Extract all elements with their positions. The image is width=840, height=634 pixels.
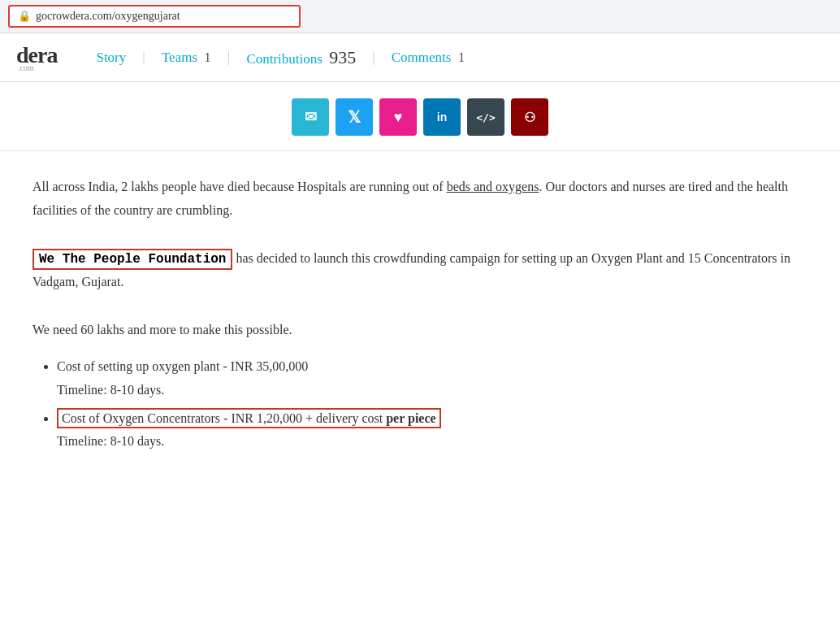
list-item-concentrators: Cost of Oxygen Concentrators - INR 1,20,… bbox=[57, 407, 808, 454]
foundation-name-box: We The People Foundation bbox=[32, 249, 232, 270]
tab-comments[interactable]: Comments 1 bbox=[377, 50, 479, 66]
address-bar: 🔒 gocrowdera.com/oxygengujarat bbox=[0, 0, 840, 33]
nav-divider-2: | bbox=[227, 49, 231, 66]
tab-teams[interactable]: Teams 1 bbox=[147, 50, 226, 66]
needs-paragraph: We need 60 lakhs and more to make this p… bbox=[32, 319, 808, 342]
share-linkedin-button[interactable]: in bbox=[423, 98, 461, 136]
foundation-paragraph: We The People Foundation has decided to … bbox=[32, 247, 808, 295]
concentrator-cost-prefix: Cost of Oxygen Concentrators - INR 1,20,… bbox=[62, 411, 386, 425]
share-embed-button[interactable]: </> bbox=[467, 98, 504, 136]
teams-count: 1 bbox=[204, 50, 211, 65]
concentrator-cost-box: Cost of Oxygen Concentrators - INR 1,20,… bbox=[57, 408, 441, 428]
concentrator-timeline: Timeline: 8-10 days. bbox=[57, 430, 808, 454]
lock-icon: 🔒 bbox=[18, 10, 31, 23]
plant-timeline: Timeline: 8-10 days. bbox=[57, 379, 808, 402]
list-item-plant: Cost of setting up oxygen plant - INR 35… bbox=[57, 355, 808, 402]
underline-beds-oxygens: beds and oxygens bbox=[447, 180, 539, 193]
contributions-count: 935 bbox=[329, 47, 356, 67]
logo: dera .com bbox=[16, 42, 57, 72]
share-email-button[interactable]: ✉ bbox=[292, 98, 329, 136]
concentrator-per-piece: per piece bbox=[386, 411, 435, 425]
url-text: gocrowdera.com/oxygengujarat bbox=[36, 10, 180, 23]
tab-story[interactable]: Story bbox=[81, 50, 141, 66]
share-link-button[interactable]: ⚇ bbox=[511, 98, 548, 136]
nav-bar: dera .com Story | Teams 1 | Contribution… bbox=[0, 33, 840, 82]
url-bar[interactable]: 🔒 gocrowdera.com/oxygengujarat bbox=[8, 5, 301, 28]
comments-count: 1 bbox=[458, 50, 465, 65]
nav-tabs: Story | Teams 1 | Contributions 935 | Co… bbox=[81, 47, 479, 68]
share-bar: ✉ 𝕏 ♥ in </> ⚇ bbox=[0, 82, 840, 151]
intro-paragraph: All across India, 2 lakhs people have di… bbox=[32, 176, 808, 223]
share-twitter-button[interactable]: 𝕏 bbox=[336, 98, 373, 136]
nav-divider-3: | bbox=[372, 49, 375, 66]
share-heart-button[interactable]: ♥ bbox=[379, 98, 417, 136]
cost-list: Cost of setting up oxygen plant - INR 35… bbox=[57, 355, 808, 454]
nav-divider-1: | bbox=[142, 49, 145, 66]
main-content: All across India, 2 lakhs people have di… bbox=[0, 151, 840, 483]
tab-contributions[interactable]: Contributions 935 bbox=[232, 47, 370, 68]
plant-cost: Cost of setting up oxygen plant - INR 35… bbox=[57, 359, 308, 373]
logo-com: .com bbox=[18, 63, 34, 72]
